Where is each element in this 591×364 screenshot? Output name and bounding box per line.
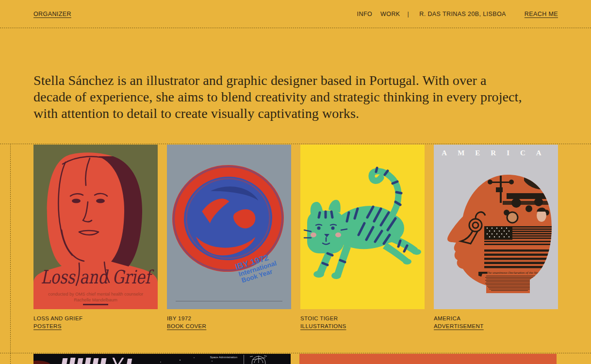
- address-text: R. DAS TRINAS 20B, LISBOA: [419, 11, 506, 17]
- space-poster-label: Space Administration: [210, 356, 237, 359]
- project-category-link[interactable]: BOOK COVER: [167, 323, 206, 330]
- row-divider-line: [0, 353, 591, 353]
- project-caption: STOIC TIGER ILLUSTRATIONS: [300, 315, 425, 330]
- nav-item-work[interactable]: WORK: [380, 11, 400, 17]
- project-card: STOIC TIGER ILLUSTRATIONS: [300, 145, 425, 330]
- space-poster-art: Space Administration: [33, 354, 291, 364]
- project-title: IBY 1972: [167, 315, 291, 322]
- project-caption: LOSS AND GRIEF POSTERS: [33, 315, 158, 330]
- portfolio-page: ORGANIZER INFO WORK | R. DAS TRINAS 20B,…: [0, 0, 591, 364]
- project-title: LOSS AND GRIEF: [33, 315, 158, 322]
- grid-left-divider-line: [10, 144, 11, 364]
- nav-divider: |: [408, 11, 410, 17]
- project-card: Loss and Grief conducted by OMS chief me…: [33, 145, 158, 330]
- project-category-link[interactable]: ADVERTISEMENT: [434, 323, 484, 330]
- intro-line: Stella Sánchez is an illustrator and gra…: [33, 72, 522, 89]
- project-thumbnail-iby-1972[interactable]: IBY 1972 International Book Year: [167, 145, 291, 309]
- project-thumbnail-space-poster[interactable]: Space Administration: [33, 354, 291, 364]
- intro-line: decade of experience, she aims to blend …: [33, 89, 522, 105]
- poster-author: Rachelle Mandelbaum: [74, 298, 117, 302]
- intro-line: with attention to detail to create visua…: [33, 105, 522, 122]
- svg-text:The unanimous Declaration of t: The unanimous Declaration of the States: [487, 271, 542, 275]
- america-poster-art: AMERICA: [434, 145, 558, 309]
- loss-and-grief-poster-art: Loss and Grief conducted by OMS chief me…: [33, 145, 158, 309]
- nav-item-info[interactable]: INFO: [357, 11, 372, 17]
- header-divider-line: [0, 28, 591, 28]
- project-title: STOIC TIGER: [300, 315, 425, 322]
- project-title: AMERICA: [434, 315, 558, 322]
- intro-paragraph: Stella Sánchez is an illustrator and gra…: [33, 72, 522, 122]
- project-caption: AMERICA ADVERTISEMENT: [434, 315, 558, 330]
- poster-subtitle: conducted by OMS chief mental health cou…: [48, 292, 143, 297]
- grid-top-divider-line: [0, 144, 591, 144]
- header: ORGANIZER INFO WORK | R. DAS TRINAS 20B,…: [0, 0, 591, 28]
- project-category-link[interactable]: POSTERS: [33, 323, 62, 330]
- project-card: AMERICA: [434, 145, 558, 330]
- iby-1972-poster-art: IBY 1972 International Book Year: [167, 145, 291, 309]
- project-thumbnail-stoic-tiger[interactable]: [300, 145, 425, 309]
- stoic-tiger-poster-art: [300, 145, 425, 309]
- reach-me-link[interactable]: REACH ME: [525, 11, 558, 17]
- top-nav: INFO WORK | R. DAS TRINAS 20B, LISBOA RE…: [357, 11, 558, 17]
- project-card: IBY 1972 International Book Year IBY 197…: [167, 145, 291, 330]
- poster-heading: AMERICA: [442, 149, 552, 157]
- project-category-link[interactable]: ILLUSTRATIONS: [300, 323, 346, 330]
- logo-link[interactable]: ORGANIZER: [33, 11, 71, 17]
- project-thumbnail-orange-poster[interactable]: [299, 354, 557, 364]
- project-caption: IBY 1972 BOOK COVER: [167, 315, 291, 330]
- project-thumbnail-america[interactable]: AMERICA: [434, 145, 558, 309]
- poster-script-title: Loss and Grief: [41, 266, 154, 288]
- project-thumbnail-loss-and-grief[interactable]: Loss and Grief conducted by OMS chief me…: [33, 145, 158, 309]
